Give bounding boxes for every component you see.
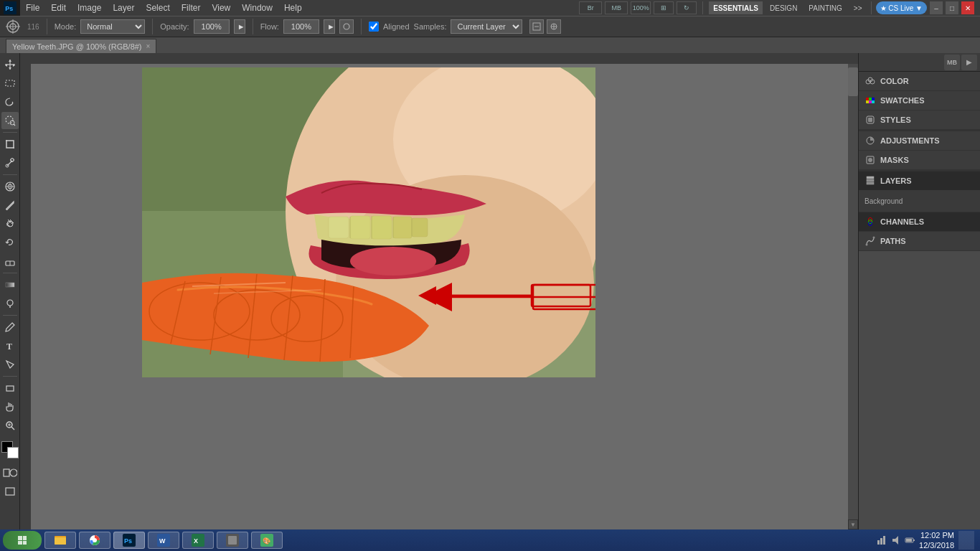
menu-edit[interactable]: Edit (45, 0, 72, 16)
show-desktop-btn[interactable] (958, 531, 974, 550)
flow-value[interactable]: 100% (283, 19, 319, 34)
mode-select[interactable]: Normal (80, 19, 145, 34)
channels-header[interactable]: CHANNELS (859, 212, 980, 231)
minimize-btn[interactable]: – (930, 1, 943, 14)
crop-tool[interactable] (1, 136, 19, 153)
brush-tool[interactable] (1, 197, 19, 214)
panel-collapse[interactable]: ▶ (961, 55, 977, 70)
swatches-header[interactable]: SWATCHES (859, 91, 980, 110)
opacity-label: Opacity: (160, 22, 189, 31)
menu-layer[interactable]: Layer (107, 0, 140, 16)
flow-arrow[interactable]: ► (324, 19, 335, 34)
more-workspaces-btn[interactable]: >> (849, 1, 867, 14)
menu-file[interactable]: File (20, 0, 45, 16)
taskbar-chrome[interactable] (79, 532, 110, 549)
path-select-tool[interactable] (1, 356, 19, 373)
taskbar-explorer[interactable] (44, 532, 76, 549)
move-tool[interactable] (1, 56, 19, 73)
menu-view[interactable]: View (206, 0, 236, 16)
svg-text:T: T (6, 342, 12, 352)
svg-point-29 (7, 300, 13, 306)
rotate-btn[interactable]: ↻ (677, 1, 697, 14)
taskbar-photoshop[interactable]: Ps (113, 532, 145, 549)
opacity-value[interactable]: 100% (194, 19, 230, 34)
svg-rect-105 (228, 536, 237, 545)
color-header[interactable]: COLOR (859, 72, 980, 90)
styles-header[interactable]: STYLES (859, 110, 980, 129)
eyedropper-tool[interactable] (1, 154, 19, 171)
taskbar-paint[interactable]: 🎨 (251, 532, 283, 549)
paths-header[interactable]: PATHS (859, 232, 980, 250)
eraser-tool[interactable] (1, 253, 19, 270)
layers-label: LAYERS (880, 176, 912, 185)
v-scroll-thumb[interactable] (848, 67, 858, 96)
opacity-arrow[interactable]: ► (234, 19, 245, 34)
panel-mb-icon[interactable]: MB (944, 55, 960, 70)
adjustments-header[interactable]: ADJUSTMENTS (859, 131, 980, 150)
menu-window[interactable]: Window (236, 0, 278, 16)
painting-btn[interactable]: PAINTING (804, 1, 846, 14)
screen-mode-btn[interactable] (1, 483, 19, 500)
canvas-scroll[interactable] (20, 53, 858, 529)
volume-icon[interactable] (890, 534, 902, 546)
zoom-btn[interactable]: 100% (631, 1, 651, 14)
v-ruler (20, 53, 31, 529)
layers-header[interactable]: LAYERS (859, 171, 980, 190)
menu-filter[interactable]: Filter (176, 0, 207, 16)
masks-header[interactable]: MASKS (859, 151, 980, 169)
styles-icon (864, 114, 876, 126)
start-button[interactable] (3, 531, 42, 550)
mini-bridge-btn[interactable]: MB (605, 1, 628, 14)
background-color[interactable] (7, 447, 19, 458)
quick-mask-btn[interactable] (1, 464, 19, 481)
swatches-label: SWATCHES (880, 96, 925, 105)
v-scroll-down[interactable]: ▼ (848, 519, 858, 529)
shape-tool[interactable] (1, 380, 19, 397)
svg-rect-108 (877, 540, 880, 545)
taskbar-excel[interactable]: X (182, 532, 214, 549)
menu-bar: Ps File Edit Image Layer Select Filter V… (0, 0, 980, 16)
view-btn[interactable]: ⊞ (654, 1, 674, 14)
menu-help[interactable]: Help (278, 0, 308, 16)
clone-stamp-tool[interactable] (1, 215, 19, 232)
spot-heal-tool[interactable] (1, 178, 19, 195)
doc-tab-close[interactable]: × (146, 42, 151, 50)
close-btn[interactable]: ✕ (961, 1, 974, 14)
type-tool[interactable]: T (1, 337, 19, 354)
tab-bar: Yellow Teeth.JPG @ 100% (RGB/8#) × (0, 37, 980, 53)
color-label: COLOR (880, 77, 909, 85)
taskbar-word[interactable]: W (148, 532, 179, 549)
history-brush-tool[interactable] (1, 234, 19, 251)
maximize-btn[interactable]: □ (946, 1, 958, 14)
pen-tool[interactable] (1, 319, 19, 336)
sample-icon-btn[interactable] (529, 19, 544, 34)
canvas-svg (142, 67, 595, 377)
gradient-tool[interactable] (1, 276, 19, 293)
doc-tab[interactable]: Yellow Teeth.JPG @ 100% (RGB/8#) × (6, 39, 156, 53)
hand-tool[interactable] (1, 398, 19, 415)
aligned-checkbox[interactable] (369, 22, 379, 32)
color-swatch[interactable] (1, 441, 19, 458)
v-scrollbar[interactable]: ▼ ▲ (848, 53, 858, 529)
bridge-btn[interactable]: Br (579, 1, 602, 14)
svg-rect-75 (869, 98, 872, 100)
design-btn[interactable]: DESIGN (765, 1, 801, 14)
dodge-tool[interactable] (1, 295, 19, 312)
taskbar-time-value: 12:02 PM (919, 530, 954, 540)
heal-settings-btn[interactable] (547, 19, 561, 34)
zoom-tool[interactable] (1, 417, 19, 434)
lasso-tool[interactable] (1, 93, 19, 110)
menu-select[interactable]: Select (140, 0, 175, 16)
sample-select[interactable]: Current Layer (451, 19, 522, 34)
marquee-tool[interactable] (1, 75, 19, 92)
cs-live-btn[interactable]: ★ CS Live ▼ (876, 1, 927, 14)
svg-text:Ps: Ps (5, 5, 13, 12)
masks-icon (864, 154, 876, 166)
menu-image[interactable]: Image (72, 0, 107, 16)
h-ruler (20, 53, 858, 64)
taskbar-unknown[interactable] (217, 532, 248, 549)
quick-select-tool[interactable] (1, 112, 19, 129)
styles-label: STYLES (880, 116, 911, 124)
essentials-btn[interactable]: ESSENTIALS (709, 1, 763, 14)
airbrush-btn[interactable] (339, 19, 354, 34)
